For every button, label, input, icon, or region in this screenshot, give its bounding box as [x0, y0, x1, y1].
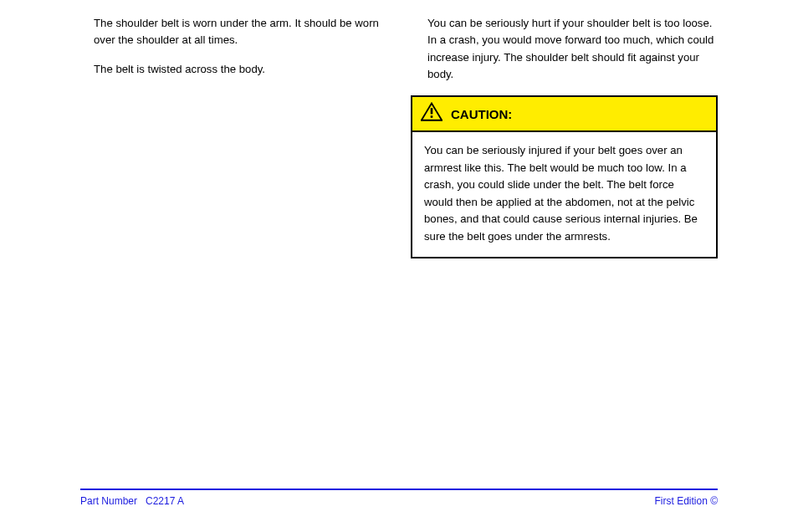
caution-body-text: You can be seriously injured if your bel…	[412, 132, 716, 257]
footer-part-value: C2217 A	[146, 495, 184, 507]
caution-label: CAUTION:	[451, 105, 512, 124]
left-para-1: The shoulder belt is worn under the arm.…	[80, 15, 387, 49]
page-content: The shoulder belt is worn under the arm.…	[0, 0, 798, 270]
caution-box: CAUTION: You can be seriously injured if…	[411, 95, 718, 258]
footer-divider	[80, 489, 718, 490]
page-footer: Part Number C2217 A First Edition ©	[80, 489, 718, 507]
right-column: You can be seriously hurt if your should…	[411, 15, 718, 270]
caution-header: CAUTION:	[412, 97, 716, 132]
footer-part-label: Part Number	[80, 495, 137, 507]
footer-text: Part Number C2217 A First Edition ©	[80, 495, 718, 507]
footer-part: Part Number C2217 A	[80, 495, 184, 507]
footer-copyright: First Edition ©	[654, 495, 718, 507]
left-para-2: The belt is twisted across the body.	[80, 61, 387, 78]
right-para-1: You can be seriously hurt if your should…	[411, 15, 718, 84]
left-column: The shoulder belt is worn under the arm.…	[80, 15, 387, 270]
svg-rect-2	[431, 115, 433, 118]
warning-triangle-icon	[421, 102, 442, 127]
svg-rect-1	[431, 108, 433, 114]
